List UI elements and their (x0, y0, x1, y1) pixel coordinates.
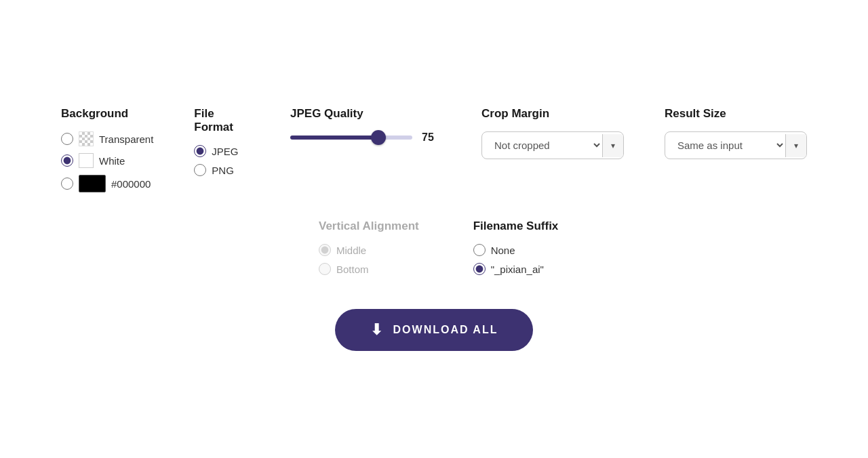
alignment-bottom-label: Bottom (336, 264, 369, 275)
suffix-pixian-label: "_pixian_ai" (491, 264, 544, 275)
download-icon: ⬇ (370, 321, 384, 339)
middle-row: Vertical Alignment Middle Bottom Filenam… (61, 220, 807, 275)
suffix-none-item[interactable]: None (473, 244, 559, 256)
background-transparent-item[interactable]: Transparent (61, 131, 153, 146)
slider-container: 75 (290, 131, 441, 144)
format-png-radio[interactable] (194, 164, 206, 176)
quality-value: 75 (422, 131, 441, 144)
background-transparent-radio[interactable] (61, 133, 73, 145)
format-png-item[interactable]: PNG (194, 164, 250, 176)
top-row: Background Transparent White (61, 107, 807, 192)
result-size-select[interactable]: Same as input Custom (665, 132, 785, 159)
file-format-section: File Format JPEG PNG (194, 107, 250, 176)
background-radio-group: Transparent White #000000 (61, 131, 153, 192)
vertical-alignment-title: Vertical Alignment (319, 220, 419, 233)
alignment-middle-label: Middle (336, 245, 366, 256)
crop-margin-select[interactable]: Not cropped Small Medium Large (482, 132, 602, 159)
suffix-none-label: None (491, 245, 515, 256)
background-white-item[interactable]: White (61, 153, 153, 168)
format-jpeg-radio[interactable] (194, 145, 206, 157)
crop-margin-dropdown-wrapper: Not cropped Small Medium Large ▾ (481, 131, 624, 159)
suffix-pixian-radio[interactable] (473, 263, 486, 275)
format-jpeg-item[interactable]: JPEG (194, 145, 250, 157)
download-all-label: DOWNLOAD ALL (393, 324, 498, 336)
filename-suffix-title: Filename Suffix (473, 220, 559, 233)
black-label: #000000 (111, 178, 151, 190)
black-swatch (79, 175, 106, 192)
bottom-row: ⬇ DOWNLOAD ALL (61, 309, 807, 351)
vertical-alignment-section: Vertical Alignment Middle Bottom (319, 220, 419, 275)
jpeg-quality-title: JPEG Quality (290, 107, 441, 121)
suffix-pixian-item[interactable]: "_pixian_ai" (473, 263, 559, 275)
result-size-dropdown-wrapper: Same as input Custom ▾ (665, 131, 807, 159)
transparent-icon (79, 131, 94, 146)
crop-margin-section: Crop Margin Not cropped Small Medium Lar… (481, 107, 624, 159)
alignment-bottom-radio[interactable] (319, 263, 331, 275)
file-format-radio-group: JPEG PNG (194, 145, 250, 176)
download-all-button[interactable]: ⬇ DOWNLOAD ALL (335, 309, 534, 351)
background-title: Background (61, 107, 153, 121)
result-size-title: Result Size (665, 107, 807, 121)
vertical-alignment-radio-group: Middle Bottom (319, 244, 419, 275)
background-black-radio[interactable] (61, 178, 73, 190)
result-size-chevron-icon[interactable]: ▾ (785, 134, 806, 157)
background-section: Background Transparent White (61, 107, 153, 192)
crop-margin-title: Crop Margin (481, 107, 624, 121)
white-label: White (99, 155, 125, 167)
format-png-label: PNG (212, 165, 234, 176)
crop-margin-chevron-icon[interactable]: ▾ (602, 134, 623, 157)
result-size-section: Result Size Same as input Custom ▾ (665, 107, 807, 159)
transparent-label: Transparent (99, 133, 153, 145)
background-black-item[interactable]: #000000 (61, 175, 153, 192)
alignment-middle-item[interactable]: Middle (319, 244, 419, 256)
background-white-radio[interactable] (61, 154, 73, 167)
file-format-title: File Format (194, 107, 250, 134)
main-container: Background Transparent White (61, 107, 807, 351)
white-icon (79, 153, 94, 168)
format-jpeg-label: JPEG (212, 146, 238, 157)
quality-slider[interactable] (290, 136, 412, 140)
filename-suffix-section: Filename Suffix None "_pixian_ai" (473, 220, 559, 275)
jpeg-quality-section: JPEG Quality 75 (290, 107, 441, 144)
filename-suffix-radio-group: None "_pixian_ai" (473, 244, 559, 275)
suffix-none-radio[interactable] (473, 244, 486, 256)
alignment-middle-radio[interactable] (319, 244, 331, 256)
alignment-bottom-item[interactable]: Bottom (319, 263, 419, 275)
